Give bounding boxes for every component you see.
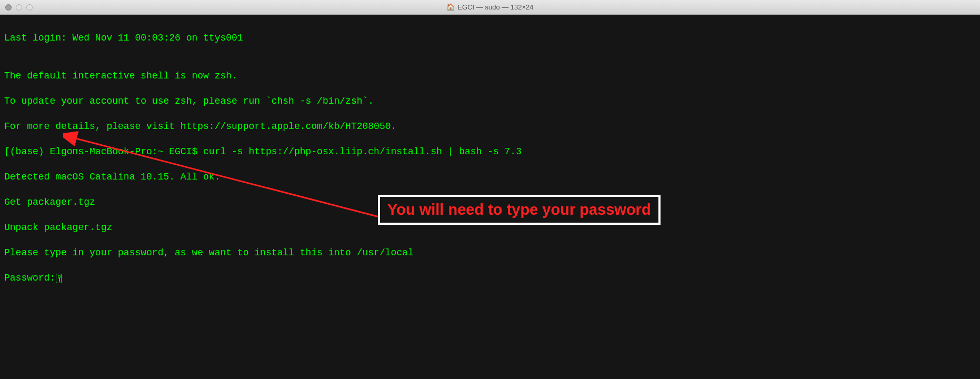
key-icon <box>56 274 62 283</box>
terminal-line: Detected macOS Catalina 10.15. All ok. <box>4 171 976 183</box>
terminal-line: The default interactive shell is now zsh… <box>4 69 976 82</box>
password-prompt-line: Password: <box>4 272 976 284</box>
home-icon: 🏠 <box>446 3 455 11</box>
terminal-line: Last login: Wed Nov 11 00:03:26 on ttys0… <box>4 32 976 44</box>
terminal-line: Please type in your password, as we want… <box>4 246 976 259</box>
terminal-line: For more details, please visit https://s… <box>4 120 976 133</box>
annotation-callout: You will need to type your password <box>378 195 661 225</box>
annotation-text: You will need to type your password <box>387 201 651 218</box>
terminal-line: [(base) Elgons-MacBook-Pro:~ EGCI$ curl … <box>4 145 976 158</box>
terminal-line: To update your account to use zsh, pleas… <box>4 95 976 107</box>
titlebar: 🏠 EGCI — sudo — 132×24 <box>0 0 980 15</box>
window-title: 🏠 EGCI — sudo — 132×24 <box>446 3 533 11</box>
minimize-button[interactable] <box>16 4 22 11</box>
maximize-button[interactable] <box>26 4 33 11</box>
traffic-lights <box>5 4 33 11</box>
password-prompt: Password: <box>4 273 55 283</box>
window-title-text: EGCI — sudo — 132×24 <box>457 3 533 11</box>
close-button[interactable] <box>5 4 12 11</box>
